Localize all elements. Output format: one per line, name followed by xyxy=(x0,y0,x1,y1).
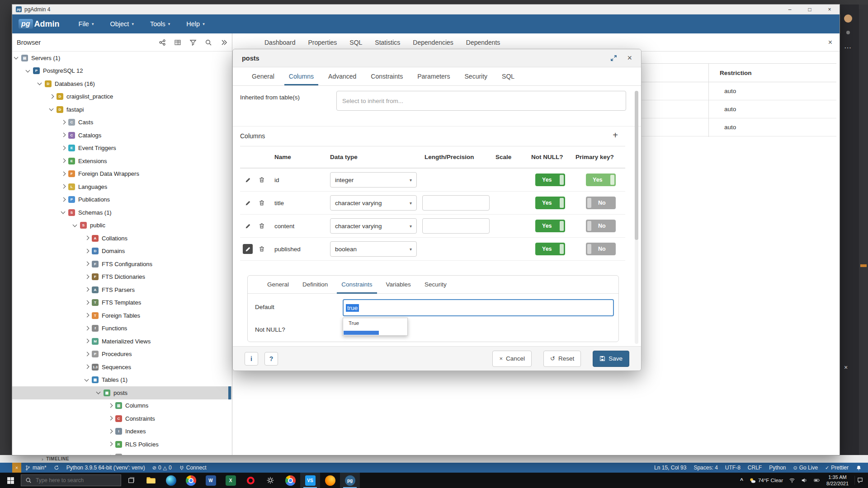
chevron-down-icon[interactable] xyxy=(48,106,55,113)
python-interpreter[interactable]: Python 3.9.5 64-bit ('venv': venv) xyxy=(63,463,149,473)
not-null-toggle[interactable]: Yes xyxy=(535,243,565,255)
settings-taskbar-icon[interactable] xyxy=(260,473,280,488)
tree-item-languages[interactable]: LLanguages xyxy=(12,180,232,193)
chevron-right-icon[interactable] xyxy=(84,235,90,241)
expand-dialog-icon[interactable] xyxy=(610,55,617,61)
chevron-right-icon[interactable] xyxy=(84,286,90,293)
tree-item-servers-1[interactable]: ▤Servers (1) xyxy=(12,52,232,65)
tree-item-fts-configurations[interactable]: FFTS Configurations xyxy=(12,258,232,271)
menu-help[interactable]: Help▾ xyxy=(186,20,204,28)
chevron-right-icon[interactable] xyxy=(60,132,66,138)
tree-item-collations[interactable]: ACollations xyxy=(12,232,232,245)
status-prettier[interactable]: ✓Prettier xyxy=(821,463,852,473)
dialog-tab-general[interactable]: General xyxy=(245,67,282,85)
tree-item-rules[interactable]: RRules xyxy=(12,451,232,455)
chevron-down-icon[interactable] xyxy=(95,389,102,396)
help-button[interactable]: ? xyxy=(264,352,278,366)
chevron-right-icon[interactable] xyxy=(107,441,113,447)
chevron-right-icon[interactable] xyxy=(60,171,66,177)
dialog-tab-columns[interactable]: Columns xyxy=(282,67,321,85)
chevron-right-icon[interactable] xyxy=(84,300,90,306)
not-null-toggle[interactable]: Yes xyxy=(535,197,565,209)
status-go-live[interactable]: ⊙Go Live xyxy=(790,463,822,473)
dialog-header[interactable]: posts × xyxy=(233,49,641,67)
vscode-taskbar-icon[interactable]: VS xyxy=(300,473,320,488)
weather-widget[interactable]: 74°F Clear xyxy=(749,477,783,484)
dialog-tab-security[interactable]: Security xyxy=(458,67,495,85)
tree-item-fts-dictionaries[interactable]: FFTS Dictionaries xyxy=(12,271,232,284)
chevron-right-icon[interactable] xyxy=(84,338,90,344)
datatype-select[interactable]: character varying▾ xyxy=(330,195,417,211)
chevron-right-icon[interactable] xyxy=(60,145,66,151)
length-input[interactable] xyxy=(422,195,490,211)
tree-item-casts[interactable]: CCasts xyxy=(12,116,232,129)
tree-item-fts-templates[interactable]: TFTS Templates xyxy=(12,296,232,310)
word-taskbar-icon[interactable]: W xyxy=(201,473,221,488)
primary-key-toggle[interactable]: Yes xyxy=(586,174,616,186)
not-null-toggle[interactable]: Yes xyxy=(535,220,565,232)
inherited-from-input[interactable]: Select to inherit from... xyxy=(336,91,626,111)
delete-row-button[interactable] xyxy=(257,244,267,254)
bell-icon[interactable] xyxy=(852,463,868,473)
status-utf-8[interactable]: UTF-8 xyxy=(722,463,744,473)
dialog-tab-advanced[interactable]: Advanced xyxy=(321,67,363,85)
tree-item-publications[interactable]: PPublications xyxy=(12,193,232,206)
save-button[interactable]: Save xyxy=(593,351,629,367)
tree-item-columns[interactable]: ▥Columns xyxy=(12,399,232,413)
length-input[interactable] xyxy=(422,218,490,234)
dialog-scrollbar[interactable] xyxy=(635,91,638,344)
dialog-tab-constraints[interactable]: Constraints xyxy=(363,67,410,85)
primary-key-toggle[interactable]: No xyxy=(586,243,616,255)
column-subtab-general[interactable]: General xyxy=(260,276,296,293)
edit-row-button[interactable] xyxy=(243,198,253,208)
chevron-right-icon[interactable] xyxy=(48,94,55,100)
chevron-right-icon[interactable] xyxy=(84,274,90,280)
chevron-right-icon[interactable] xyxy=(84,312,90,319)
menu-file[interactable]: File▾ xyxy=(79,20,94,28)
status-ln-15-col-93[interactable]: Ln 15, Col 93 xyxy=(651,463,690,473)
status-spaces-4[interactable]: Spaces: 4 xyxy=(690,463,721,473)
tree-item-functions[interactable]: fFunctions xyxy=(12,322,232,335)
reset-button[interactable]: ↺Reset xyxy=(543,351,581,367)
column-subtab-constraints[interactable]: Constraints xyxy=(335,276,379,293)
chrome-2-taskbar-icon[interactable] xyxy=(280,473,300,488)
tree-item-posts[interactable]: ▦posts xyxy=(12,386,232,399)
column-subtab-definition[interactable]: Definition xyxy=(296,276,335,293)
chevron-down-icon[interactable] xyxy=(13,55,19,61)
close-button[interactable]: × xyxy=(820,5,840,14)
chrome-taskbar-icon[interactable] xyxy=(181,473,201,488)
firefox-taskbar-icon[interactable] xyxy=(320,473,340,488)
double-chevron-icon[interactable] xyxy=(220,39,227,46)
volume-icon[interactable] xyxy=(801,477,807,483)
menu-object[interactable]: Object▾ xyxy=(110,20,133,28)
cancel-button[interactable]: ×Cancel xyxy=(492,351,532,367)
tree-item-event-triggers[interactable]: EEvent Triggers xyxy=(12,142,232,155)
tree-item-public[interactable]: Spublic xyxy=(12,219,232,232)
minimize-button[interactable]: – xyxy=(780,5,800,14)
datatype-select[interactable]: character varying▾ xyxy=(330,218,417,234)
delete-row-button[interactable] xyxy=(257,175,267,185)
tree-item-foreign-data-wrappers[interactable]: FForeign Data Wrappers xyxy=(12,168,232,181)
tree-item-materialized-views[interactable]: MMaterialized Views xyxy=(12,335,232,348)
chevron-right-icon[interactable] xyxy=(60,183,66,190)
grid-icon[interactable] xyxy=(174,39,181,46)
avatar[interactable] xyxy=(844,14,852,23)
pgadmin-taskbar-icon[interactable]: pg xyxy=(340,473,360,488)
chevron-down-icon[interactable] xyxy=(72,222,78,229)
edit-row-button[interactable] xyxy=(243,221,253,231)
battery-icon[interactable] xyxy=(813,477,821,483)
excel-taskbar-icon[interactable]: X xyxy=(221,473,241,488)
remote-indicator[interactable]: × xyxy=(12,463,21,473)
maximize-button[interactable]: □ xyxy=(800,5,820,14)
tree-item-extensions[interactable]: EExtensions xyxy=(12,155,232,168)
autocomplete-option[interactable]: True xyxy=(343,318,407,328)
not-null-toggle[interactable]: Yes xyxy=(535,174,565,186)
chevron-down-icon[interactable] xyxy=(37,80,43,87)
edit-row-button[interactable] xyxy=(243,175,253,185)
chevron-right-icon[interactable] xyxy=(84,364,90,370)
search-icon[interactable] xyxy=(205,39,212,46)
tree-item-rls-policies[interactable]: RRLS Policies xyxy=(12,438,232,451)
tree-item-tables-1[interactable]: ▦Tables (1) xyxy=(12,374,232,387)
dialog-tab-sql[interactable]: SQL xyxy=(495,67,522,85)
chevron-right-icon[interactable] xyxy=(60,119,66,126)
